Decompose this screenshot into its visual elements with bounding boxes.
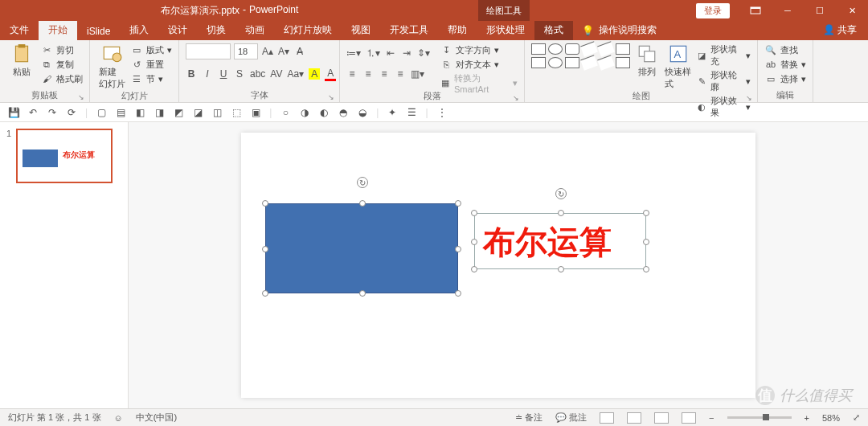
new-slide-button[interactable]: 新建 幻灯片: [96, 43, 127, 90]
quick-styles-button[interactable]: A 快速样式: [665, 43, 693, 90]
qat-icon[interactable]: ◧: [134, 107, 145, 118]
align-left-button[interactable]: ≡: [346, 68, 358, 80]
change-case-button[interactable]: Aa▾: [287, 68, 304, 80]
sorter-view-icon[interactable]: [627, 412, 641, 424]
comments-button[interactable]: 💬 批注: [555, 412, 587, 424]
tab-design[interactable]: 设计: [158, 20, 197, 40]
bullets-button[interactable]: ≔▾: [346, 47, 361, 59]
tab-islide[interactable]: iSlide: [77, 23, 120, 40]
tab-insert[interactable]: 插入: [120, 20, 158, 40]
reading-view-icon[interactable]: [654, 412, 669, 424]
qat-shape-icon[interactable]: ○: [280, 107, 291, 118]
strike-button[interactable]: S: [234, 68, 245, 80]
justify-button[interactable]: ≡: [395, 68, 406, 80]
text-box[interactable]: ↻ 布尔运算: [474, 213, 646, 269]
rotate-handle-icon[interactable]: ↻: [357, 177, 368, 188]
notes-button[interactable]: ≐ 备注: [515, 412, 542, 424]
numbering-button[interactable]: ⒈▾: [366, 47, 380, 60]
select-button[interactable]: ▭选择▾: [764, 72, 806, 85]
rectangle-shape[interactable]: ↻: [265, 203, 458, 293]
qat-icon[interactable]: ▤: [115, 107, 126, 118]
arrange-button[interactable]: 排列: [633, 43, 661, 78]
shrink-font-icon[interactable]: A▾: [277, 45, 290, 58]
save-icon[interactable]: 💾: [8, 107, 19, 118]
refresh-icon[interactable]: ⟳: [66, 107, 77, 118]
line-spacing-button[interactable]: ⇕▾: [417, 47, 430, 59]
qat-icon[interactable]: ▢: [96, 107, 107, 118]
tab-transition[interactable]: 切换: [197, 20, 235, 40]
maximize-icon[interactable]: ☐: [804, 0, 836, 21]
close-icon[interactable]: ✕: [836, 0, 868, 21]
italic-button[interactable]: I: [202, 68, 213, 80]
canvas[interactable]: ↖ ↻ ↻ 布尔运算: [129, 122, 868, 408]
highlight-button[interactable]: A: [309, 68, 320, 80]
qat-misc-icon[interactable]: ⋮: [436, 107, 448, 118]
dialog-launcher-icon[interactable]: ↘: [328, 93, 334, 101]
tab-file[interactable]: 文件: [0, 20, 39, 40]
reset-button[interactable]: ↺重置: [130, 58, 172, 71]
align-text-button[interactable]: ⎘对齐文本▾: [440, 58, 518, 71]
qat-misc-icon[interactable]: ✦: [387, 107, 398, 118]
tab-view[interactable]: 视图: [342, 20, 380, 40]
status-lang[interactable]: 中文(中国): [136, 412, 177, 424]
tab-shapeproc[interactable]: 形状处理: [477, 20, 534, 40]
zoom-slider[interactable]: [727, 416, 792, 419]
replace-button[interactable]: ab替换▾: [764, 58, 806, 71]
text-content[interactable]: 布尔运算: [475, 214, 645, 271]
rotate-handle-icon[interactable]: ↻: [555, 188, 567, 199]
shadow-button[interactable]: abc: [250, 68, 265, 80]
slide[interactable]: ↻ ↻ 布尔运算: [241, 133, 755, 398]
fit-window-icon[interactable]: ⤢: [853, 412, 860, 423]
qat-icon[interactable]: ◩: [173, 107, 184, 118]
qat-icon[interactable]: ⬚: [231, 107, 242, 118]
zoom-out-icon[interactable]: −: [709, 413, 714, 423]
qat-shape-icon[interactable]: ◐: [318, 107, 330, 118]
qat-icon[interactable]: ◫: [211, 107, 223, 118]
qat-shape-icon[interactable]: ◓: [338, 107, 349, 118]
section-button[interactable]: ☰节▾: [130, 72, 172, 85]
slide-thumbnail[interactable]: 布尔运算: [16, 129, 113, 183]
ribbon-options-icon[interactable]: [739, 0, 772, 21]
tab-format[interactable]: 格式: [534, 20, 573, 40]
indent-inc-button[interactable]: ⇥: [401, 47, 412, 59]
tab-slideshow[interactable]: 幻灯片放映: [274, 20, 342, 40]
zoom-value[interactable]: 58%: [822, 413, 840, 423]
shapes-gallery[interactable]: [531, 43, 630, 68]
dialog-launcher-icon[interactable]: ↘: [746, 94, 752, 102]
tab-animation[interactable]: 动画: [235, 20, 274, 40]
font-size-combo[interactable]: 18: [234, 43, 258, 59]
dialog-launcher-icon[interactable]: ↘: [513, 94, 519, 102]
columns-button[interactable]: ▥▾: [411, 68, 424, 80]
align-center-button[interactable]: ≡: [362, 68, 374, 80]
shape-fill-button[interactable]: ◪形状填充▾: [696, 43, 751, 68]
clear-format-icon[interactable]: A̶: [293, 45, 306, 58]
qat-shape-icon[interactable]: ◑: [299, 107, 310, 118]
format-painter-button[interactable]: 🖌格式刷: [40, 72, 83, 85]
grow-font-icon[interactable]: A▴: [261, 45, 274, 58]
zoom-in-icon[interactable]: +: [805, 413, 809, 423]
redo-icon[interactable]: ↷: [47, 107, 58, 118]
accessibility-icon[interactable]: ☺: [114, 413, 123, 423]
share-button[interactable]: 👤 共享: [812, 20, 868, 40]
bold-button[interactable]: B: [186, 68, 197, 80]
find-button[interactable]: 🔍查找: [764, 43, 806, 56]
font-color-button[interactable]: A: [325, 68, 336, 81]
minimize-icon[interactable]: ─: [772, 0, 804, 21]
qat-misc-icon[interactable]: ☰: [406, 107, 417, 118]
indent-dec-button[interactable]: ⇤: [385, 47, 396, 59]
layout-button[interactable]: ▭版式▾: [130, 43, 172, 56]
qat-icon[interactable]: ▣: [250, 107, 261, 118]
login-button[interactable]: 登录: [696, 3, 730, 18]
qat-shape-icon[interactable]: ◒: [357, 107, 368, 118]
underline-button[interactable]: U: [218, 68, 229, 80]
spacing-button[interactable]: AV: [270, 68, 282, 80]
qat-icon[interactable]: ◨: [154, 107, 165, 118]
align-right-button[interactable]: ≡: [379, 68, 390, 80]
tab-developer[interactable]: 开发工具: [380, 20, 438, 40]
dialog-launcher-icon[interactable]: ↘: [78, 93, 84, 101]
tab-help[interactable]: 帮助: [438, 20, 477, 40]
text-direction-button[interactable]: ↧文字方向▾: [440, 43, 518, 56]
undo-icon[interactable]: ↶: [27, 107, 39, 118]
tell-me[interactable]: 💡 操作说明搜索: [573, 20, 665, 40]
tab-home[interactable]: 开始: [39, 20, 77, 40]
